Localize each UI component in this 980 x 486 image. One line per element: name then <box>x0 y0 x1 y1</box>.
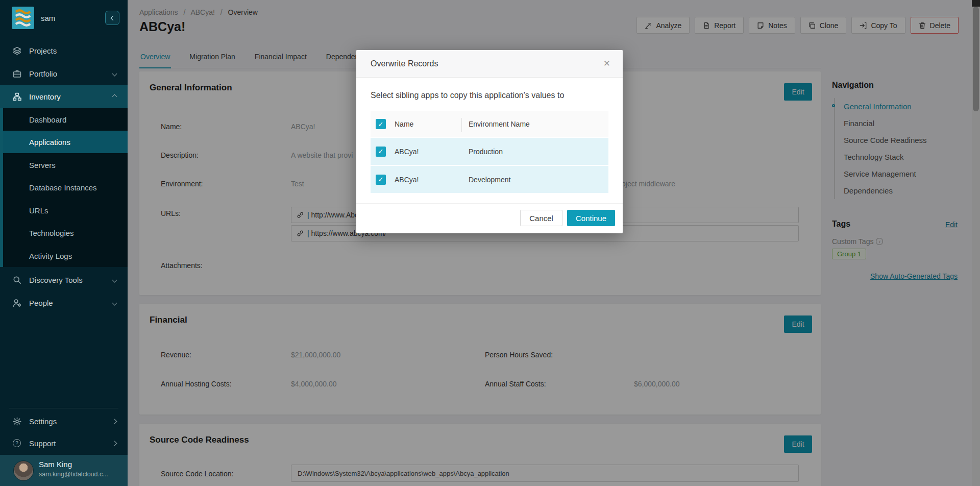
sub-item-label: URLs <box>29 206 48 215</box>
sidebar-divider <box>9 408 118 408</box>
sub-item-label: Activity Logs <box>29 252 72 260</box>
user-email: sam.king@tidalcloud.c... <box>39 471 108 478</box>
sidebar-item-portfolio[interactable]: Portfolio <box>0 62 128 85</box>
select-all-checkbox[interactable]: ✓ <box>376 119 386 129</box>
check-glyph: ✓ <box>378 176 384 183</box>
sidebar: sam Projects Portfolio Inventory Dashboa… <box>0 0 128 486</box>
chevron-down-icon <box>112 278 117 283</box>
user-name: Sam King <box>39 460 72 469</box>
sidebar-item-discovery-tools[interactable]: Discovery Tools <box>0 269 128 291</box>
sidebar-item-settings[interactable]: Settings <box>0 411 128 431</box>
layers-icon <box>13 46 21 55</box>
chevron-up-icon <box>112 94 117 100</box>
modal-body: Select sibling apps to copy this applica… <box>356 78 623 203</box>
hierarchy-icon <box>13 92 21 101</box>
sidebar-item-inventory[interactable]: Inventory <box>0 85 128 108</box>
row-checkbox[interactable]: ✓ <box>376 175 386 185</box>
sidebar-item-applications[interactable]: Applications <box>3 131 128 153</box>
continue-button[interactable]: Continue <box>567 210 615 226</box>
sidebar-item-label: Settings <box>29 417 57 426</box>
sidebar-item-database-instances[interactable]: Database Instances <box>3 176 128 199</box>
cancel-button[interactable]: Cancel <box>520 210 562 226</box>
sidebar-collapse-button[interactable] <box>105 11 119 25</box>
sidebar-item-servers[interactable]: Servers <box>3 154 128 176</box>
close-icon[interactable]: ✕ <box>603 59 610 68</box>
chevron-right-icon <box>112 419 117 424</box>
sub-item-label: Dashboard <box>29 115 66 124</box>
sidebar-item-label: Projects <box>29 46 57 55</box>
row-name: ABCya! <box>395 148 469 156</box>
table-header-row: ✓ Name Environment Name <box>371 111 608 137</box>
sidebar-item-technologies[interactable]: Technologies <box>3 222 128 244</box>
sidebar-item-people[interactable]: People <box>0 291 128 314</box>
avatar <box>13 460 34 481</box>
workspace-header: sam <box>0 0 128 36</box>
tidal-logo[interactable] <box>12 7 34 29</box>
sidebar-item-label: Portfolio <box>29 69 57 78</box>
overwrite-records-modal: Overwrite Records ✕ Select sibling apps … <box>356 50 623 233</box>
sidebar-item-label: Support <box>29 439 56 448</box>
column-header-name: Name <box>395 120 469 128</box>
inventory-submenu: Dashboard Applications Servers Database … <box>0 108 128 267</box>
sub-item-label: Technologies <box>29 229 74 237</box>
sidebar-item-label: Discovery Tools <box>29 276 83 284</box>
briefcase-icon <box>13 69 21 78</box>
sidebar-item-label: Inventory <box>29 92 61 101</box>
chevron-down-icon <box>112 301 117 306</box>
sub-item-label: Database Instances <box>29 183 97 192</box>
modal-subtitle: Select sibling apps to copy this applica… <box>371 91 608 100</box>
column-header-environment: Environment Name <box>469 120 608 128</box>
row-environment: Production <box>469 148 608 156</box>
table-row[interactable]: ✓ ABCya! Production <box>371 138 608 165</box>
sidebar-item-dashboard[interactable]: Dashboard <box>3 108 128 131</box>
check-glyph: ✓ <box>378 120 384 128</box>
sidebar-item-label: People <box>29 299 53 307</box>
chevron-right-icon <box>112 441 117 446</box>
sidebar-item-activity-logs[interactable]: Activity Logs <box>3 245 128 267</box>
sidebar-item-projects[interactable]: Projects <box>0 39 128 62</box>
row-environment: Development <box>469 176 608 184</box>
sidebar-item-support[interactable]: ? Support <box>0 433 128 453</box>
modal-header: Overwrite Records ✕ <box>356 50 623 78</box>
collapse-left-icon <box>111 15 116 20</box>
user-profile[interactable]: Sam King sam.king@tidalcloud.c... <box>0 455 128 486</box>
check-glyph: ✓ <box>378 148 384 155</box>
question-circle-icon: ? <box>13 439 21 447</box>
search-icon <box>13 276 21 284</box>
modal-title: Overwrite Records <box>371 59 603 68</box>
sidebar-item-urls[interactable]: URLs <box>3 199 128 222</box>
sidebar-divider <box>9 36 118 36</box>
workspace-name: sam <box>41 14 55 22</box>
row-name: ABCya! <box>395 176 469 184</box>
user-gear-icon <box>13 299 21 307</box>
sibling-apps-table: ✓ Name Environment Name ✓ ABCya! Product… <box>371 111 608 193</box>
chevron-down-icon <box>112 71 117 77</box>
gear-icon <box>13 417 21 426</box>
table-row[interactable]: ✓ ABCya! Development <box>371 166 608 193</box>
sub-item-label: Applications <box>29 138 70 147</box>
sub-item-label: Servers <box>29 161 56 169</box>
question-glyph: ? <box>15 441 18 446</box>
modal-footer: Cancel Continue <box>356 203 623 233</box>
row-checkbox[interactable]: ✓ <box>376 147 386 157</box>
